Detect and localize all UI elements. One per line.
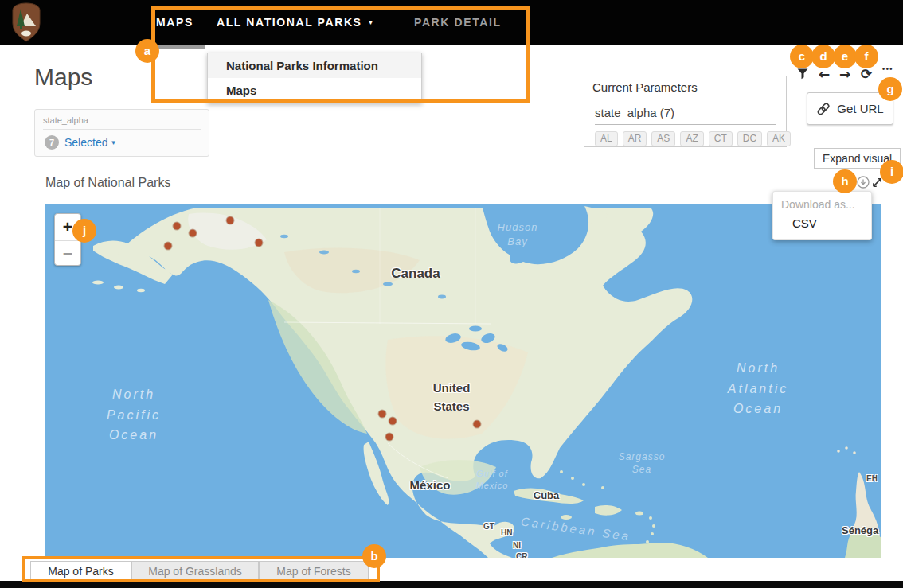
callout-a: a: [135, 39, 159, 63]
callout-f: f: [854, 45, 878, 68]
map-marker[interactable]: [227, 217, 234, 224]
param-chip: AS: [651, 131, 675, 146]
map-marker[interactable]: [474, 421, 481, 428]
map-marker[interactable]: [190, 230, 197, 237]
param-chip: AL: [595, 131, 618, 146]
get-url-button[interactable]: Get URL: [807, 92, 893, 125]
callout-j: j: [72, 219, 96, 243]
nav-item-maps[interactable]: MAPS: [156, 0, 194, 45]
expand-visual-icon[interactable]: [872, 177, 882, 188]
map-label-hn: HN: [501, 528, 512, 537]
param-chip: AR: [623, 131, 647, 146]
map-label-canada: Canada: [364, 266, 467, 282]
callout-d: d: [811, 45, 835, 68]
map-label-gulf-of-mexico: Gulf of Mexico: [460, 468, 524, 492]
map-marker[interactable]: [379, 411, 386, 418]
current-parameters-title: Current Parameters: [584, 76, 786, 99]
visual-title: Map of National Parks: [45, 176, 170, 190]
filter-selected-label: Selected: [64, 136, 108, 149]
forward-arrow-icon[interactable]: →: [836, 67, 854, 81]
back-arrow-icon[interactable]: ←: [815, 67, 833, 81]
map-label-senegal: Sénéga: [842, 524, 881, 536]
current-parameters-panel: Current Parameters state_alpha (7) AL AR…: [584, 76, 787, 147]
map-marker[interactable]: [389, 418, 397, 425]
more-options-icon[interactable]: •••: [882, 65, 893, 73]
zoom-out-button[interactable]: −: [55, 240, 80, 267]
map-marker[interactable]: [256, 239, 263, 247]
tab-map-of-forests[interactable]: Map of Forests: [259, 561, 369, 582]
tab-map-of-grasslands[interactable]: Map of Grasslands: [131, 561, 259, 582]
map-label-eh: EH: [866, 474, 878, 483]
filter-selected-dropdown[interactable]: Selected▼: [64, 136, 116, 149]
map-marker[interactable]: [386, 434, 393, 441]
nav-item-all-national-parks-label: ALL NATIONAL PARKS: [217, 16, 362, 29]
nav-active-indicator: [151, 45, 205, 49]
map-label-united-states: United States: [396, 380, 507, 415]
callout-c: c: [790, 45, 814, 68]
map-label-hudson-bay: Hudson Bay: [474, 220, 561, 248]
get-url-label: Get URL: [837, 102, 883, 115]
top-nav-bar: MAPS ALL NATIONAL PARKS▼ PARK DETAIL: [0, 0, 903, 45]
map-label-gt: GT: [483, 522, 494, 531]
filter-field-label: state_alpha: [43, 115, 201, 130]
dropdown-item-national-parks-information[interactable]: National Parks Information: [208, 53, 421, 78]
map-marker[interactable]: [174, 223, 181, 230]
nav-dropdown-menu: National Parks Information Maps: [207, 53, 422, 103]
caret-down-icon: ▼: [368, 19, 376, 26]
filter-count-badge: 7: [45, 135, 59, 150]
callout-i: i: [880, 160, 903, 184]
page-title: Maps: [34, 64, 92, 91]
bottom-black-strip: [0, 581, 903, 588]
refresh-icon[interactable]: ⟳: [858, 67, 875, 81]
callout-e: e: [833, 45, 857, 68]
nav-item-park-detail[interactable]: PARK DETAIL: [414, 0, 502, 45]
nps-arrowhead-logo: [11, 2, 41, 42]
param-chip: DC: [737, 131, 762, 146]
download-circle-icon[interactable]: [857, 176, 870, 189]
download-option-csv[interactable]: CSV: [773, 211, 871, 230]
callout-h: h: [833, 169, 857, 193]
map-of-national-parks[interactable]: Canada United States México Cuba Hudson …: [45, 204, 881, 558]
callout-g: g: [878, 77, 902, 101]
filter-funnel-icon[interactable]: [797, 68, 808, 80]
param-chip: CT: [709, 131, 733, 146]
map-marker[interactable]: [165, 243, 172, 250]
param-chip: AK: [767, 131, 791, 146]
map-label-north-atlantic-ocean: North Atlantic Ocean: [702, 358, 814, 419]
callout-b: b: [362, 544, 386, 568]
nav-item-all-national-parks[interactable]: ALL NATIONAL PARKS▼: [217, 0, 375, 45]
dropdown-item-maps[interactable]: Maps: [208, 78, 421, 103]
caret-down-icon: ▼: [110, 139, 116, 146]
link-icon: [816, 102, 831, 116]
map-label-north-pacific-ocean: North Pacific Ocean: [78, 384, 190, 446]
map-label-ni: NI: [513, 541, 521, 550]
download-as-header: Download as...: [773, 192, 871, 211]
current-parameters-param: state_alpha (7): [595, 106, 776, 125]
download-as-menu: Download as... CSV: [772, 191, 872, 240]
map-label-cr: CR: [516, 552, 527, 558]
filter-selected-row[interactable]: 7 Selected▼: [45, 135, 201, 150]
param-chip: AZ: [680, 131, 703, 146]
map-label-cuba: Cuba: [518, 489, 574, 501]
current-parameters-values: AL AR AS AZ CT DC AK: [595, 131, 786, 146]
map-label-sargasso-sea: Sargasso Sea: [610, 450, 674, 476]
tab-map-of-parks[interactable]: Map of Parks: [30, 561, 131, 582]
state-alpha-filter: state_alpha 7 Selected▼: [34, 109, 209, 157]
